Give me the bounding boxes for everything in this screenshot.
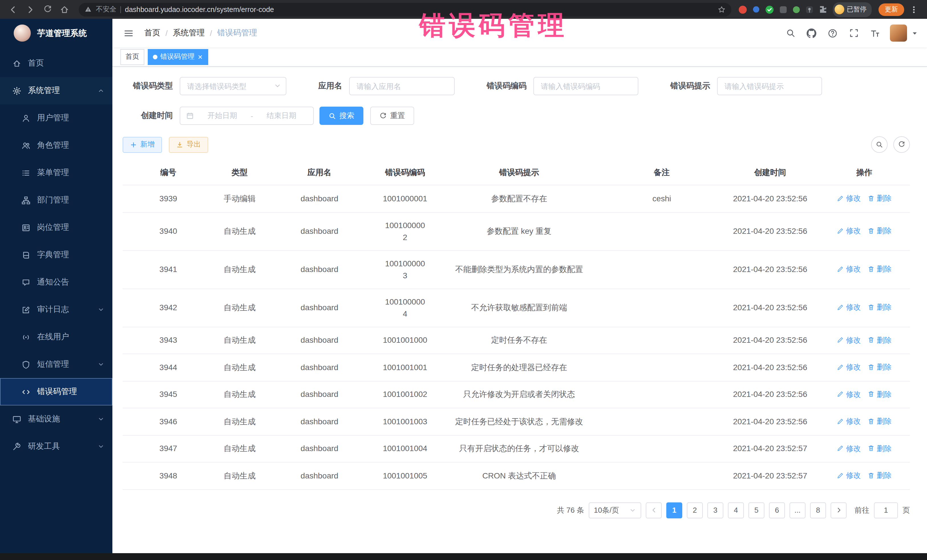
- error-code-input[interactable]: [533, 77, 638, 95]
- search-icon[interactable]: [781, 24, 800, 42]
- sidebar-item-notices[interactable]: 通知公告: [0, 269, 112, 296]
- users-icon: [22, 141, 30, 150]
- sidebar-item-roles[interactable]: 角色管理: [0, 132, 112, 159]
- github-icon[interactable]: [802, 24, 821, 42]
- fullscreen-icon[interactable]: [844, 24, 863, 42]
- cell-time: 2021-04-20 23:52:56: [722, 354, 819, 381]
- edit-link[interactable]: 修改: [837, 361, 861, 373]
- edit-link[interactable]: 修改: [837, 334, 861, 346]
- address-bar[interactable]: 不安全 dashboard.yudao.iocoder.cn/system/er…: [79, 3, 731, 16]
- cell-id: 3948: [123, 462, 214, 489]
- cell-type: 自动生成: [214, 408, 265, 435]
- extension-icon-blue[interactable]: [752, 6, 760, 13]
- page-button-3[interactable]: 3: [707, 502, 723, 518]
- sidebar-item-departments[interactable]: 部门管理: [0, 187, 112, 214]
- extension-icon-gray-square[interactable]: [779, 5, 787, 14]
- edit-link[interactable]: 修改: [837, 192, 861, 204]
- delete-link[interactable]: 删除: [868, 415, 892, 427]
- delete-link[interactable]: 删除: [868, 301, 892, 313]
- extension-icon-green-check[interactable]: [765, 5, 774, 14]
- url-text[interactable]: dashboard.yudao.iocoder.cn/system/error-…: [125, 5, 713, 14]
- active-dot: [153, 55, 158, 59]
- table-row: 3944 自动生成 dashboard 1001001001 定时任务的处理器已…: [123, 354, 910, 381]
- sidebar-item-home[interactable]: 首页: [0, 50, 112, 77]
- chrome-update-button[interactable]: 更新: [878, 3, 904, 16]
- next-page-button[interactable]: [831, 502, 846, 518]
- page-button-8[interactable]: 8: [810, 502, 826, 518]
- page-button-5[interactable]: 5: [748, 502, 764, 518]
- cell-id: 3945: [123, 381, 214, 408]
- caret-down-icon[interactable]: [912, 30, 918, 36]
- edit-link[interactable]: 修改: [837, 388, 861, 400]
- edit-link[interactable]: 修改: [837, 301, 861, 313]
- sidebar-item-dev-tools[interactable]: 研发工具: [0, 433, 112, 460]
- sidebar-item-error-codes[interactable]: 错误码管理: [0, 378, 112, 405]
- font-size-icon[interactable]: [865, 24, 884, 42]
- gear-icon: [12, 87, 21, 95]
- error-type-select[interactable]: [180, 77, 286, 95]
- sidebar-item-sms[interactable]: 短信管理: [0, 351, 112, 378]
- app-name-input[interactable]: [349, 77, 454, 95]
- extension-icon-dark-pin[interactable]: [805, 5, 813, 14]
- puzzle-extensions-icon[interactable]: [818, 5, 827, 14]
- edit-link[interactable]: 修改: [837, 469, 861, 481]
- sidebar-item-online-users[interactable]: 在线用户: [0, 323, 112, 351]
- tab-home[interactable]: 首页: [120, 49, 144, 65]
- show-search-icon-button[interactable]: [871, 136, 887, 153]
- page-button-2[interactable]: 2: [687, 502, 703, 518]
- error-hint-input[interactable]: [717, 77, 822, 95]
- hamburger-icon[interactable]: [122, 26, 136, 40]
- page-size-select[interactable]: 10条/页: [589, 502, 641, 518]
- sidebar-item-infrastructure[interactable]: 基础设施: [0, 405, 112, 433]
- sidebar-item-menus[interactable]: 菜单管理: [0, 159, 112, 187]
- cell-msg: CRON 表达式不正确: [436, 462, 602, 489]
- edit-link[interactable]: 修改: [837, 415, 861, 427]
- close-icon[interactable]: [198, 54, 203, 59]
- delete-link[interactable]: 删除: [868, 334, 892, 346]
- page-ellipsis[interactable]: ...: [790, 502, 805, 518]
- delete-link[interactable]: 删除: [868, 442, 892, 454]
- kebab-menu-icon[interactable]: [906, 2, 921, 17]
- delete-link[interactable]: 删除: [868, 263, 892, 275]
- sidebar-item-system[interactable]: 系统管理: [0, 77, 112, 104]
- tab-error-codes[interactable]: 错误码管理: [148, 49, 208, 65]
- reload-icon[interactable]: [40, 2, 55, 17]
- page-button-4[interactable]: 4: [728, 502, 744, 518]
- error-type-input[interactable]: [180, 77, 286, 95]
- edit-link[interactable]: 修改: [837, 442, 861, 454]
- security-label[interactable]: 不安全: [96, 5, 116, 14]
- add-button[interactable]: 新增: [123, 137, 162, 153]
- breadcrumb-system[interactable]: 系统管理: [173, 28, 205, 38]
- forward-icon[interactable]: [23, 2, 38, 17]
- home-icon[interactable]: [57, 2, 72, 17]
- bookmark-star-icon[interactable]: [717, 5, 725, 14]
- edit-link[interactable]: 修改: [837, 263, 861, 275]
- delete-link[interactable]: 删除: [868, 469, 892, 481]
- extension-icon-green-leaf[interactable]: [792, 5, 800, 14]
- delete-link[interactable]: 删除: [868, 225, 892, 237]
- prev-page-button[interactable]: [646, 502, 662, 518]
- delete-link[interactable]: 删除: [868, 388, 892, 400]
- sidebar-item-users[interactable]: 用户管理: [0, 104, 112, 132]
- delete-link[interactable]: 删除: [868, 192, 892, 204]
- user-avatar[interactable]: [890, 24, 907, 42]
- profile-paused-badge[interactable]: 已暂停: [833, 2, 872, 17]
- delete-link[interactable]: 删除: [868, 361, 892, 373]
- extension-icon-red[interactable]: [738, 5, 747, 14]
- page-button-6[interactable]: 6: [769, 502, 785, 518]
- refresh-table-button[interactable]: [894, 136, 910, 153]
- date-range-picker[interactable]: 开始日期 - 结束日期: [180, 107, 314, 125]
- sidebar-item-dictionary[interactable]: 字典管理: [0, 241, 112, 269]
- cell-code: 1001001004: [374, 435, 436, 462]
- reset-button[interactable]: 重置: [370, 107, 414, 125]
- jump-page-input[interactable]: [874, 502, 898, 518]
- export-button[interactable]: 导出: [169, 137, 208, 153]
- sidebar-item-audit-logs[interactable]: 审计日志: [0, 296, 112, 323]
- page-button-1[interactable]: 1: [666, 502, 682, 518]
- breadcrumb-home[interactable]: 首页: [144, 28, 160, 38]
- back-icon[interactable]: [6, 2, 21, 17]
- edit-link[interactable]: 修改: [837, 225, 861, 237]
- help-icon[interactable]: [823, 24, 842, 42]
- sidebar-item-posts[interactable]: 岗位管理: [0, 214, 112, 241]
- search-button[interactable]: 搜索: [319, 107, 363, 125]
